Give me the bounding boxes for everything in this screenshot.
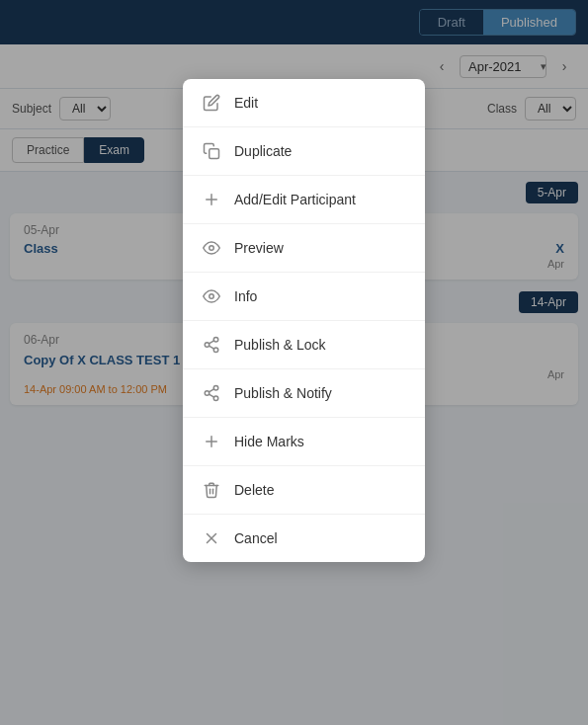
menu-preview-label: Preview (234, 240, 284, 256)
x-icon (201, 527, 222, 549)
menu-item-publish-lock[interactable]: Publish & Lock (183, 321, 425, 369)
menu-publish-notify-label: Publish & Notify (234, 385, 332, 401)
plus-icon-hide-marks (201, 431, 222, 452)
copy-icon (201, 140, 222, 162)
menu-item-hide-marks[interactable]: Hide Marks (183, 418, 425, 466)
menu-info-label: Info (234, 288, 257, 304)
menu-add-participant-label: Add/Edit Participant (234, 192, 356, 207)
eye-icon-info (201, 285, 222, 307)
menu-item-duplicate[interactable]: Duplicate (183, 127, 425, 176)
menu-item-add-participant[interactable]: Add/Edit Participant (183, 176, 425, 224)
pencil-icon (201, 92, 222, 114)
svg-line-13 (209, 394, 213, 397)
menu-item-publish-notify[interactable]: Publish & Notify (183, 369, 425, 418)
svg-line-9 (209, 341, 213, 344)
share-icon-lock (201, 334, 222, 356)
svg-point-4 (210, 294, 214, 299)
menu-item-preview[interactable]: Preview (183, 224, 425, 273)
svg-point-3 (210, 246, 214, 251)
menu-delete-label: Delete (234, 482, 274, 498)
svg-rect-0 (210, 149, 219, 159)
menu-hide-marks-label: Hide Marks (234, 434, 304, 449)
menu-item-edit[interactable]: Edit (183, 79, 425, 127)
share-icon-notify (201, 382, 222, 404)
menu-publish-lock-label: Publish & Lock (234, 337, 326, 353)
menu-item-delete[interactable]: Delete (183, 466, 425, 515)
menu-cancel-label: Cancel (234, 530, 278, 546)
trash-icon (201, 479, 222, 501)
eye-icon-preview (201, 237, 222, 259)
context-menu: Edit Duplicate Add/Edit Participant (183, 79, 425, 562)
svg-line-14 (209, 389, 213, 392)
svg-line-8 (209, 346, 213, 349)
menu-duplicate-label: Duplicate (234, 143, 292, 159)
menu-edit-label: Edit (234, 95, 258, 111)
menu-item-cancel[interactable]: Cancel (183, 515, 425, 562)
plus-icon-participant (201, 189, 222, 210)
menu-item-info[interactable]: Info (183, 273, 425, 321)
